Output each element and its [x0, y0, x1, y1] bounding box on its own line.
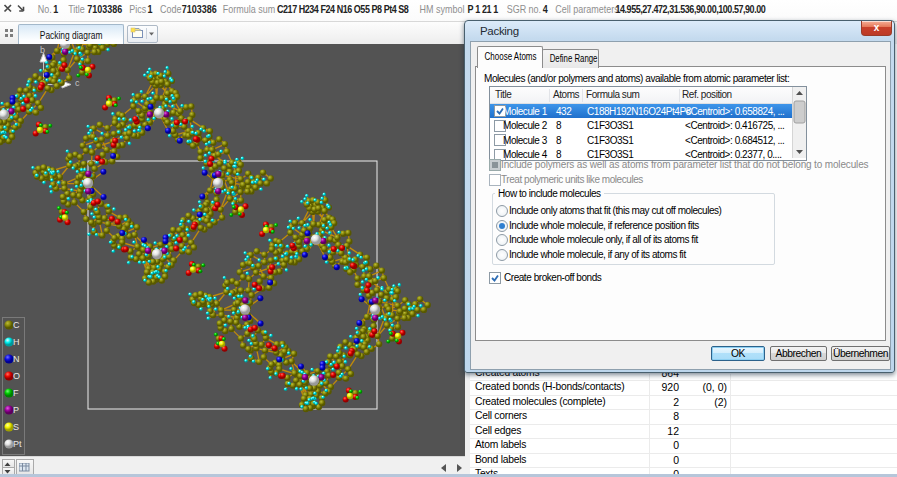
- svg-text:c: c: [75, 78, 80, 88]
- svg-text:b: b: [40, 45, 45, 55]
